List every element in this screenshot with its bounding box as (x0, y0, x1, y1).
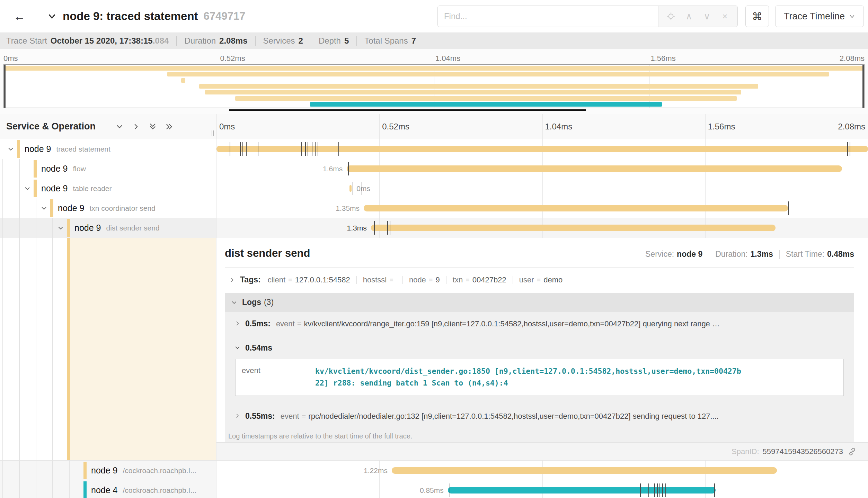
timeline-minimap[interactable]: 0ms0.52ms1.04ms1.56ms2.08ms (0, 49, 868, 114)
span-duration-bar[interactable] (347, 165, 842, 172)
indent-guide (52, 218, 53, 238)
deep-link-icon[interactable] (848, 447, 856, 456)
log-marker-tick (240, 142, 241, 156)
indent-guide (19, 461, 20, 480)
collapse-one-icon[interactable] (115, 122, 124, 131)
log-marker-tick (305, 142, 306, 156)
span-row[interactable]: node 9table reader0ms (0, 179, 868, 198)
span-row-tree-cell[interactable]: node 9flow (0, 159, 216, 179)
span-row-timeline-cell[interactable]: 1.6ms (216, 159, 868, 179)
log-entry-toggle[interactable]: 0.55ms:event=rpc/nodedialer/nodedialer.g… (234, 411, 844, 421)
span-row-timeline-cell[interactable]: 1.35ms (216, 198, 868, 218)
minimap-scrollbar[interactable] (229, 109, 586, 111)
indent-guide (2, 238, 3, 460)
minimap-right-handle[interactable] (862, 65, 864, 108)
span-color-bar (83, 462, 87, 479)
span-row-timeline-cell[interactable] (216, 139, 868, 159)
span-row-labels: node 9traced statement (25, 139, 215, 159)
minimap-tick-label: 2.08ms (840, 54, 865, 63)
find-input[interactable] (438, 6, 658, 27)
expand-one-icon[interactable] (132, 122, 141, 131)
log-field-value: rpc/nodedialer/nodedialer.go:132 [n9,cli… (308, 412, 719, 420)
indent-guide (52, 480, 53, 498)
collapse-trace-chevron-icon[interactable] (47, 11, 57, 21)
collapse-all-icon[interactable] (148, 122, 157, 131)
prev-result-icon[interactable]: ∧ (680, 11, 698, 22)
minimap-canvas[interactable] (3, 64, 865, 108)
column-resizer-handle[interactable] (211, 130, 214, 136)
span-duration-bar[interactable] (216, 146, 868, 152)
log-entry-toggle[interactable]: 0.5ms:event=kv/kvclient/kvcoord/range_it… (234, 319, 844, 328)
indent-guide (19, 480, 20, 498)
log-summary-text: event=rpc/nodedialer/nodedialer.go:132 [… (281, 412, 719, 421)
meta-value: 0.48ms (827, 250, 854, 259)
span-row[interactable]: node 4/cockroach.roachpb.I...0.85ms (0, 480, 868, 498)
chevron-down-icon[interactable] (7, 145, 15, 153)
chevron-down-icon[interactable] (57, 224, 64, 232)
chevron-down-icon[interactable] (40, 205, 48, 212)
log-entry-toggle[interactable]: 0.54ms (234, 343, 844, 353)
span-duration-bar[interactable] (448, 487, 716, 494)
span-row[interactable]: node 9/cockroach.roachpb.I...1.22ms (0, 461, 868, 480)
span-row-tree-cell[interactable]: node 9txn coordinator send (0, 198, 216, 218)
span-duration-bar[interactable] (364, 205, 788, 211)
tag-key: user (519, 275, 534, 284)
span-row-tree-cell[interactable]: node 9traced statement (0, 139, 216, 159)
span-row-tree-cell[interactable]: node 9table reader (0, 179, 216, 198)
keyboard-shortcuts-button[interactable]: ⌘ (745, 6, 769, 27)
span-row[interactable]: node 9traced statement (0, 139, 868, 159)
span-row-labels: node 9dist sender send (74, 218, 215, 238)
span-row-timeline-cell[interactable]: 0.85ms (216, 480, 868, 498)
tag-item: client=127.0.0.1:54582 (268, 275, 350, 284)
span-row-tree-cell[interactable]: node 9dist sender send (0, 218, 216, 238)
trace-view-selector[interactable]: Trace Timeline (775, 6, 864, 27)
span-duration-label: 1.35ms (216, 198, 360, 218)
tag-separator (513, 276, 513, 284)
span-color-bar (34, 160, 37, 178)
summary-separator (311, 36, 311, 46)
span-row[interactable]: node 9flow1.6ms (0, 159, 868, 179)
span-duration-bar[interactable] (392, 467, 777, 474)
next-result-icon[interactable]: ∨ (698, 11, 716, 22)
summary-item-label: Services (263, 36, 295, 46)
chevron-right-icon (229, 277, 235, 283)
summary-item-value: 2 (299, 36, 303, 46)
span-row-timeline-cell[interactable]: 1.3ms (216, 218, 868, 238)
log-field-value: kv/kvclient/kvcoord/range_iter.go:159 [n… (304, 319, 720, 328)
tags-row[interactable]: Tags: client=127.0.0.1:54582hostssl=node… (225, 274, 854, 285)
chevron-down-icon[interactable] (24, 185, 31, 192)
summary-separator (176, 36, 177, 46)
span-duration-bar[interactable] (349, 185, 352, 192)
tag-equals: = (389, 276, 393, 284)
expand-all-icon[interactable] (165, 122, 174, 131)
minimap-span-bar (181, 78, 185, 83)
locate-icon[interactable] (662, 12, 680, 21)
log-marker-tick (450, 483, 450, 497)
minimap-span-bar (4, 66, 864, 71)
span-duration-bar[interactable] (371, 225, 776, 231)
span-duration-label: 1.6ms (216, 159, 343, 179)
find-controls: ∧ ∨ × (658, 6, 737, 27)
back-button[interactable]: ← (0, 0, 39, 33)
span-row-timeline-cell[interactable]: 1.22ms (216, 461, 868, 480)
clear-search-icon[interactable]: × (716, 11, 734, 22)
log-marker-tick (301, 142, 302, 156)
logs-header[interactable]: Logs (3) (225, 293, 854, 312)
tag-separator (356, 276, 357, 284)
log-timestamp: 0.5ms: (245, 319, 271, 328)
log-marker-tick (662, 483, 663, 497)
span-row[interactable]: node 9dist sender send1.3ms (0, 218, 868, 238)
minimap-left-handle[interactable] (4, 65, 6, 108)
indent-guide (52, 461, 53, 480)
minimap-tick-label: 0ms (3, 54, 18, 63)
span-id-label: SpanID: (732, 447, 759, 456)
span-row-tree-cell[interactable]: node 4/cockroach.roachpb.I... (0, 480, 216, 498)
log-marker-tick (258, 142, 258, 156)
span-row[interactable]: node 9txn coordinator send1.35ms (0, 198, 868, 218)
span-row-tree-cell[interactable]: node 9/cockroach.roachpb.I... (0, 461, 216, 480)
log-field-key: event (276, 319, 295, 328)
span-row-timeline-cell[interactable]: 0ms (216, 179, 868, 198)
timeline-tick-label: 1.56ms (708, 122, 735, 132)
tag-key: client (268, 275, 285, 284)
log-marker-tick (657, 483, 658, 497)
